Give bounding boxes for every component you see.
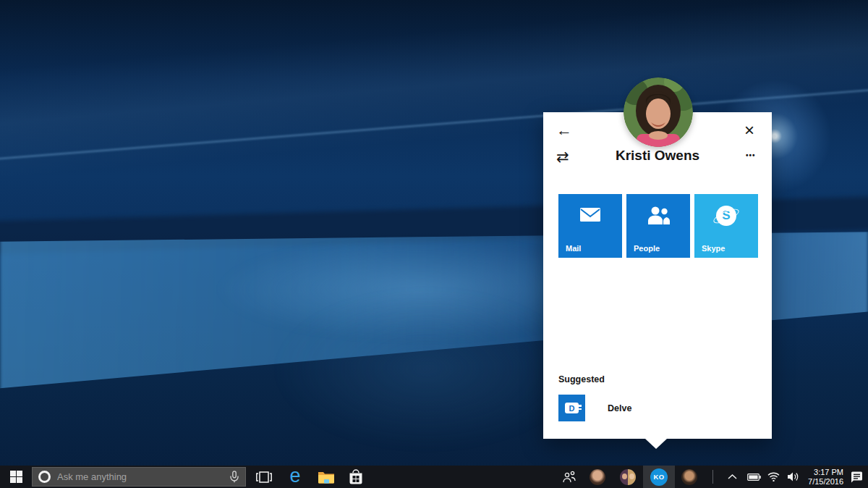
suggested-heading: Suggested <box>558 374 605 384</box>
speaker-icon <box>787 471 799 482</box>
show-hidden-icons-button[interactable] <box>723 466 741 488</box>
edge-icon: e <box>289 466 300 486</box>
clock-date: 7/15/2016 <box>803 477 843 487</box>
contact-avatar-image <box>624 77 693 147</box>
contact-3-avatar <box>681 469 697 485</box>
task-view-icon <box>256 471 272 483</box>
file-explorer-icon <box>318 470 335 484</box>
close-icon[interactable]: × <box>744 122 754 139</box>
windows-logo-icon <box>10 471 22 483</box>
clock-tray-button[interactable]: 3:17 PM 7/15/2016 <box>803 466 843 488</box>
tray-divider <box>712 470 713 484</box>
taskbar-contact-kristi-owens-active[interactable]: KO <box>643 466 675 488</box>
taskbar-contact-2[interactable] <box>618 466 637 488</box>
start-button[interactable] <box>0 466 32 488</box>
people-tile[interactable]: People <box>626 194 690 258</box>
clock-time: 3:17 PM <box>803 468 843 477</box>
desktop: ← × ⇄ ••• Kristi Owens Mail <box>0 0 868 488</box>
contact-1-avatar <box>590 469 605 485</box>
delve-icon-bars <box>576 405 582 410</box>
back-icon[interactable]: ← <box>556 122 572 138</box>
taskbar: e <box>0 466 868 488</box>
cortana-search-box[interactable] <box>32 467 246 487</box>
contact-name: Kristi Owens <box>543 148 772 164</box>
chevron-up-icon <box>728 474 737 479</box>
my-people-flyout: ← × ⇄ ••• Kristi Owens Mail <box>543 112 772 439</box>
delve-logo-letter: D <box>569 404 575 413</box>
file-explorer-button[interactable] <box>315 466 337 488</box>
delve-label: Delve <box>608 403 631 413</box>
edge-button[interactable]: e <box>284 466 306 488</box>
search-input[interactable] <box>57 471 230 482</box>
people-icon <box>626 206 690 224</box>
people-outline-icon <box>563 471 576 483</box>
flyout-pointer-notch <box>645 439 667 449</box>
suggested-item-delve[interactable]: D Delve <box>558 395 631 421</box>
skype-tile[interactable]: S Skype <box>694 194 758 258</box>
wifi-icon <box>767 472 780 481</box>
wallpaper-bottom-glow <box>275 290 579 449</box>
action-center-icon <box>851 471 863 483</box>
volume-tray-button[interactable] <box>783 466 802 488</box>
kristi-owens-initials-badge: KO <box>650 468 668 486</box>
delve-icon: D <box>558 395 585 421</box>
cortana-icon <box>38 471 51 483</box>
mail-tile[interactable]: Mail <box>558 194 622 258</box>
taskbar-contact-3[interactable] <box>680 466 699 488</box>
contact-2-avatar <box>620 469 636 485</box>
skype-icon: S <box>694 206 758 226</box>
microphone-icon[interactable] <box>230 471 239 483</box>
task-view-button[interactable] <box>253 466 275 488</box>
action-center-button[interactable] <box>846 466 867 488</box>
people-tile-label: People <box>634 244 660 253</box>
mail-icon <box>558 206 622 223</box>
store-icon <box>349 469 363 484</box>
mail-tile-label: Mail <box>566 244 581 253</box>
battery-tray-button[interactable] <box>744 466 763 488</box>
network-tray-button[interactable] <box>765 466 782 488</box>
contact-avatar <box>624 77 693 147</box>
store-button[interactable] <box>345 466 367 488</box>
skype-tile-label: Skype <box>702 244 725 253</box>
app-tiles: Mail People S <box>558 194 758 258</box>
people-bar-button[interactable] <box>558 466 580 488</box>
taskbar-contact-1[interactable] <box>588 466 607 488</box>
battery-icon <box>747 474 761 481</box>
